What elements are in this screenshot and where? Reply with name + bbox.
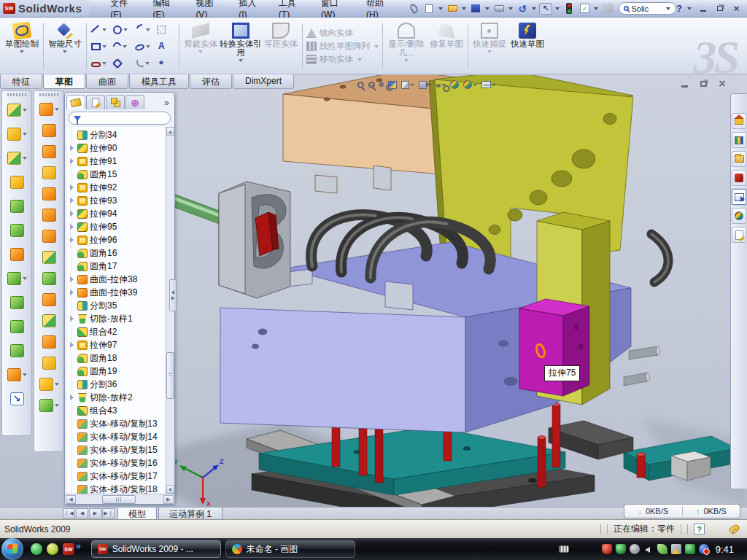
expand-arrow-icon[interactable] <box>69 381 75 387</box>
dropdown-arrow[interactable] <box>23 133 27 136</box>
expand-arrow-icon[interactable] <box>69 368 75 374</box>
dropdown-arrow[interactable] <box>427 84 432 86</box>
dropdown-arrow[interactable] <box>23 373 27 376</box>
tree-item[interactable]: 曲面-拉伸39 <box>69 286 166 299</box>
taskbar-clock[interactable]: 9:41 <box>713 544 741 555</box>
tool-button[interactable] <box>3 100 31 120</box>
expand-arrow-icon[interactable] <box>69 171 75 177</box>
tree-item[interactable]: 实体-移动/复制13 <box>69 417 166 430</box>
model-side-pegs[interactable] <box>624 346 660 386</box>
print-icon[interactable] <box>492 3 506 15</box>
expand-arrow-icon[interactable] <box>69 421 75 427</box>
messenger-icon[interactable] <box>31 543 42 555</box>
convert-entities-button[interactable]: 转换实体引用 <box>220 20 262 72</box>
rapid-sketch-button[interactable]: 快速草图 <box>508 20 546 72</box>
heads-up-button[interactable] <box>367 78 376 91</box>
ribbon-tab[interactable]: 评估 <box>190 74 232 89</box>
heads-up-button[interactable] <box>462 78 479 91</box>
arc-dropdown[interactable] <box>123 45 127 48</box>
search-input[interactable]: Solic <box>631 4 649 13</box>
model-small-gray-block[interactable] <box>671 451 711 481</box>
select-dropdown[interactable] <box>555 7 560 10</box>
close-button[interactable]: × <box>730 3 743 14</box>
expand-arrow-icon[interactable] <box>69 434 75 440</box>
task-pane-tab[interactable] <box>732 132 746 148</box>
tree-item[interactable]: 圆角15 <box>69 168 166 181</box>
expand-arrow-icon[interactable] <box>69 355 75 361</box>
ribbon-tab[interactable]: DimXpert <box>233 74 294 89</box>
tool-button[interactable] <box>35 396 63 414</box>
tree-item[interactable]: 曲面-拉伸38 <box>69 273 166 286</box>
expand-arrow-icon[interactable] <box>69 394 75 400</box>
network-warning-icon[interactable] <box>671 544 681 554</box>
model-cavity-insert[interactable] <box>219 182 290 298</box>
select-box-icon[interactable] <box>157 26 166 34</box>
tool-button[interactable] <box>3 244 31 264</box>
tree-item[interactable]: 圆角19 <box>69 365 166 378</box>
quick-launch-overflow[interactable]: » <box>76 541 81 551</box>
tool-button[interactable] <box>35 227 63 245</box>
task-pane-tab[interactable] <box>732 189 746 205</box>
tool-button[interactable] <box>3 316 31 336</box>
expand-arrow-icon[interactable] <box>69 263 75 269</box>
rectangle-icon[interactable] <box>91 43 101 50</box>
expand-arrow-icon[interactable] <box>69 132 75 138</box>
expand-arrow-icon[interactable] <box>69 224 75 230</box>
tree-item[interactable]: 实体-移动/复制15 <box>69 443 166 456</box>
pin-icon[interactable] <box>407 3 420 15</box>
panel-splitter[interactable] <box>169 279 177 311</box>
taskbar-window-button[interactable]: 未命名 - 画图 <box>225 540 355 558</box>
filter-input[interactable] <box>69 112 171 125</box>
minimize-button[interactable] <box>697 3 709 14</box>
tool-button[interactable] <box>3 292 31 312</box>
scroll-left-arrow[interactable]: ◀ <box>66 495 76 504</box>
help-button[interactable]: ? <box>676 3 682 14</box>
dropdown-arrow[interactable] <box>23 277 27 280</box>
smart-dimension-button[interactable]: 智能尺寸 <box>46 20 84 72</box>
tree-item[interactable]: 实体-移动/复制17 <box>69 470 166 483</box>
expand-arrow-icon[interactable] <box>69 145 75 151</box>
update-icon[interactable] <box>630 544 640 554</box>
tree-item[interactable]: 拉伸96 <box>69 233 166 246</box>
circle-icon[interactable] <box>113 26 122 34</box>
tree-item[interactable]: 组合43 <box>69 404 166 417</box>
ribbon-tab[interactable]: 特征 <box>0 74 42 89</box>
tool-button[interactable] <box>35 248 63 266</box>
ribbon-tab[interactable]: 草图 <box>43 74 85 89</box>
scroll-right-arrow[interactable]: ▶ <box>163 495 174 504</box>
expand-arrow-icon[interactable] <box>69 447 75 453</box>
rectangle-dropdown[interactable] <box>102 45 107 48</box>
task-pane-tab[interactable] <box>732 208 746 224</box>
tree-item[interactable]: 分割35 <box>69 299 166 312</box>
slot-dropdown[interactable] <box>102 62 107 65</box>
prev-tab-button[interactable]: ◀ <box>76 508 88 518</box>
dropdown-arrow[interactable] <box>55 108 59 111</box>
tool-button[interactable] <box>3 172 31 192</box>
dropdown-arrow[interactable] <box>55 383 59 386</box>
expand-arrow-icon[interactable] <box>69 198 75 203</box>
toolbar-drag-handle[interactable] <box>7 93 26 96</box>
toolbar-drag-handle[interactable] <box>39 93 58 96</box>
scroll-thumb[interactable] <box>166 352 174 399</box>
help-dropdown[interactable] <box>687 7 692 10</box>
spline-dropdown[interactable] <box>146 28 150 31</box>
task-pane-tab[interactable] <box>732 170 746 186</box>
sync-blocked-icon[interactable] <box>699 544 709 554</box>
tool-button[interactable] <box>35 184 63 203</box>
ribbon-tab[interactable]: 曲面 <box>86 74 128 89</box>
line-icon[interactable] <box>91 25 101 34</box>
tree-item[interactable]: 圆角18 <box>69 351 166 365</box>
start-button[interactable] <box>1 538 23 560</box>
heads-up-button[interactable] <box>387 78 398 91</box>
expand-arrow-icon[interactable] <box>69 237 75 243</box>
last-tab-button[interactable]: ▶❘ <box>102 508 115 518</box>
tree-item[interactable]: 实体-移动/复制14 <box>69 430 166 443</box>
expand-arrow-icon[interactable] <box>69 329 75 335</box>
tool-button[interactable] <box>3 148 31 168</box>
scroll-down-arrow[interactable]: ▼ <box>166 485 174 494</box>
heads-up-button[interactable] <box>356 78 365 91</box>
tool-button[interactable] <box>35 100 63 118</box>
security-shield-icon[interactable] <box>616 544 626 554</box>
tree-item[interactable]: 拉伸97 <box>69 338 166 351</box>
tree-item[interactable]: 实体-移动/复制16 <box>69 456 166 470</box>
